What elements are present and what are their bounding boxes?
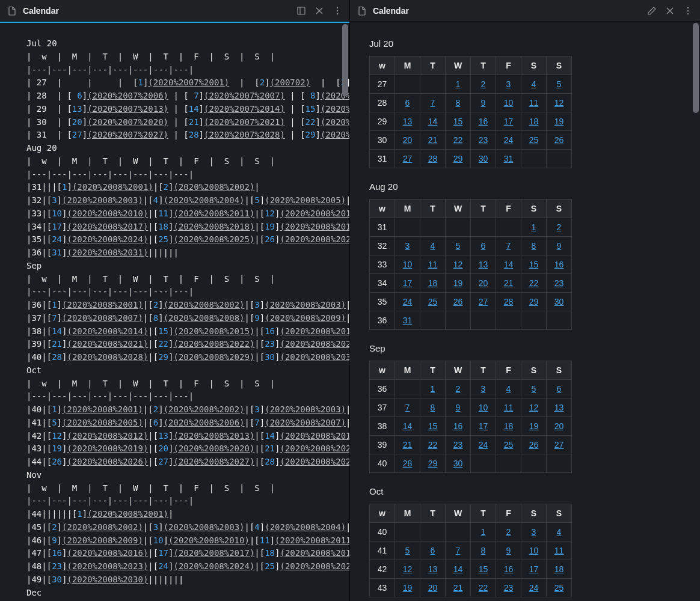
- day-cell[interactable]: 19: [395, 579, 420, 597]
- day-cell[interactable]: 3: [496, 75, 521, 94]
- day-cell[interactable]: 25: [521, 131, 547, 150]
- day-link[interactable]: 22: [428, 440, 438, 450]
- day-link[interactable]: 8: [532, 241, 536, 251]
- day-cell[interactable]: 25: [496, 436, 521, 454]
- day-link[interactable]: 24: [403, 297, 413, 307]
- day-cell[interactable]: 28: [420, 150, 446, 168]
- day-cell[interactable]: 17: [496, 112, 521, 131]
- day-link[interactable]: 29: [428, 459, 438, 468]
- day-cell[interactable]: 13: [547, 398, 572, 417]
- day-cell[interactable]: 11: [521, 94, 547, 112]
- day-link[interactable]: 7: [456, 546, 461, 555]
- day-cell[interactable]: 2: [547, 218, 572, 237]
- day-cell[interactable]: 13: [395, 112, 420, 131]
- day-cell[interactable]: 25: [420, 293, 446, 311]
- day-link[interactable]: 13: [403, 117, 413, 126]
- day-cell[interactable]: 9: [471, 94, 496, 112]
- day-cell[interactable]: 11: [496, 398, 521, 417]
- day-link[interactable]: 30: [479, 154, 488, 163]
- day-cell[interactable]: 12: [446, 255, 471, 274]
- day-cell[interactable]: 27: [471, 293, 496, 311]
- day-link[interactable]: 6: [481, 241, 486, 251]
- day-link[interactable]: 12: [529, 403, 539, 412]
- day-cell[interactable]: 12: [521, 398, 547, 417]
- day-link[interactable]: 13: [554, 403, 564, 412]
- day-link[interactable]: 20: [554, 421, 564, 431]
- day-cell[interactable]: 4: [496, 380, 521, 398]
- day-cell[interactable]: 2: [446, 380, 471, 398]
- day-link[interactable]: 17: [479, 421, 488, 431]
- day-cell[interactable]: 5: [521, 380, 547, 398]
- day-link[interactable]: 5: [405, 546, 410, 555]
- day-link[interactable]: 21: [428, 135, 438, 145]
- day-link[interactable]: 7: [506, 241, 511, 251]
- close-icon[interactable]: [315, 6, 324, 16]
- day-link[interactable]: 30: [554, 297, 564, 307]
- day-cell[interactable]: 8: [521, 237, 547, 255]
- day-link[interactable]: 9: [557, 241, 562, 251]
- day-link[interactable]: 24: [479, 440, 488, 450]
- day-cell[interactable]: 7: [446, 542, 471, 560]
- day-link[interactable]: 14: [403, 421, 413, 431]
- day-link[interactable]: 26: [529, 440, 539, 450]
- day-link[interactable]: 8: [431, 403, 435, 412]
- day-cell[interactable]: 20: [547, 417, 572, 436]
- day-link[interactable]: 15: [453, 117, 463, 126]
- day-cell[interactable]: 10: [496, 94, 521, 112]
- day-link[interactable]: 10: [504, 98, 514, 108]
- day-cell[interactable]: 12: [395, 560, 420, 579]
- day-cell[interactable]: 29: [420, 454, 446, 473]
- day-link[interactable]: 15: [428, 421, 438, 431]
- day-cell[interactable]: 15: [420, 417, 446, 436]
- day-cell[interactable]: 29: [446, 150, 471, 168]
- day-cell[interactable]: 13: [420, 560, 446, 579]
- day-link[interactable]: 21: [504, 278, 514, 288]
- day-cell[interactable]: 2: [496, 523, 521, 542]
- day-link[interactable]: 22: [453, 135, 463, 145]
- day-cell[interactable]: 18: [521, 112, 547, 131]
- day-cell[interactable]: 1: [471, 523, 496, 542]
- day-cell[interactable]: 22: [446, 131, 471, 150]
- day-cell[interactable]: 7: [496, 237, 521, 255]
- day-cell[interactable]: 29: [521, 293, 547, 311]
- day-cell[interactable]: 24: [496, 131, 521, 150]
- day-link[interactable]: 28: [403, 459, 413, 468]
- day-cell[interactable]: 4: [521, 75, 547, 94]
- day-link[interactable]: 2: [506, 527, 511, 537]
- day-cell[interactable]: 30: [446, 454, 471, 473]
- day-link[interactable]: 25: [504, 440, 514, 450]
- day-cell[interactable]: 4: [420, 237, 446, 255]
- day-link[interactable]: 23: [479, 135, 488, 145]
- day-link[interactable]: 27: [403, 154, 413, 163]
- day-cell[interactable]: 5: [446, 237, 471, 255]
- day-link[interactable]: 6: [405, 98, 410, 108]
- day-cell[interactable]: 19: [547, 112, 572, 131]
- day-link[interactable]: 3: [532, 527, 536, 537]
- day-link[interactable]: 15: [529, 260, 539, 269]
- day-link[interactable]: 25: [554, 583, 564, 593]
- day-cell[interactable]: 3: [521, 523, 547, 542]
- day-cell[interactable]: 23: [471, 131, 496, 150]
- day-cell[interactable]: 9: [496, 542, 521, 560]
- day-cell[interactable]: 10: [395, 255, 420, 274]
- day-link[interactable]: 17: [529, 564, 539, 574]
- day-link[interactable]: 22: [479, 583, 488, 593]
- day-cell[interactable]: 24: [471, 436, 496, 454]
- day-cell[interactable]: 15: [446, 112, 471, 131]
- day-link[interactable]: 7: [431, 98, 435, 108]
- markdown-source[interactable]: Jul 20 | w | M | T | W | T | F | S | S |…: [26, 37, 349, 599]
- day-cell[interactable]: 30: [471, 150, 496, 168]
- day-cell[interactable]: 3: [471, 380, 496, 398]
- day-cell[interactable]: 16: [547, 255, 572, 274]
- day-cell[interactable]: 14: [446, 560, 471, 579]
- day-cell[interactable]: 21: [395, 436, 420, 454]
- day-link[interactable]: 20: [428, 583, 438, 593]
- day-link[interactable]: 25: [529, 135, 539, 145]
- day-cell[interactable]: 20: [420, 579, 446, 597]
- day-cell[interactable]: 15: [521, 255, 547, 274]
- day-cell[interactable]: 14: [420, 112, 446, 131]
- day-link[interactable]: 8: [456, 98, 461, 108]
- day-cell[interactable]: 15: [471, 560, 496, 579]
- day-link[interactable]: 3: [405, 241, 410, 251]
- day-link[interactable]: 2: [456, 384, 461, 394]
